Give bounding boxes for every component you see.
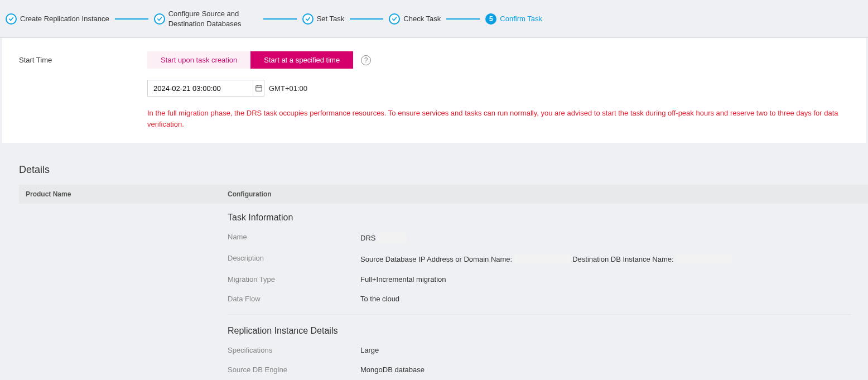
help-icon[interactable]: ? [361,55,371,65]
timezone-text: GMT+01:00 [269,84,307,93]
check-icon [6,13,17,25]
svg-rect-0 [255,86,262,92]
section-divider [228,314,851,315]
datetime-picker[interactable] [147,80,264,97]
step-connector [115,18,148,20]
specifications-label: Specifications [228,346,360,354]
data-flow-value: To the cloud [360,295,399,303]
col-header-configuration: Configuration [222,190,868,198]
check-icon [154,13,165,25]
task-name-text: DRS [360,234,375,242]
data-flow-label: Data Flow [228,295,360,303]
step-label: Confirm Task [500,14,542,24]
task-information-title: Task Information [228,213,868,223]
step-connector [446,18,480,20]
start-at-specified-time-button[interactable]: Start at a specified time [250,51,353,69]
task-name-value: DRS [360,233,407,243]
step-label: Create Replication Instance [20,14,109,24]
description-value: Source Database IP Address or Domain Nam… [360,254,732,264]
calendar-icon[interactable] [253,80,264,96]
specifications-value: Large [360,346,379,354]
start-time-label: Start Time [19,56,147,64]
migration-type-label: Migration Type [228,275,360,283]
details-section: Details Product Name Configuration Task … [0,143,868,380]
step-label: Set Task [317,14,345,24]
step-create-replication[interactable]: Create Replication Instance [6,13,109,25]
description-dst-label: Destination DB Instance Name: [572,255,673,263]
step-check-task[interactable]: Check Task [389,13,441,25]
start-upon-creation-button[interactable]: Start upon task creation [147,51,250,69]
step-connector [263,18,297,20]
col-header-product-name: Product Name [19,190,222,198]
migration-type-value: Full+Incremental migration [360,275,446,283]
step-label: Configure Source and Destination Databas… [168,9,258,28]
step-connector [350,18,383,20]
task-name-label: Name [228,233,360,243]
replication-details-title: Replication Instance Details [228,326,868,336]
step-confirm-task[interactable]: 5 Confirm Task [485,13,542,25]
step-set-task[interactable]: Set Task [302,13,345,25]
step-configure-source-dest[interactable]: Configure Source and Destination Databas… [154,9,258,28]
redacted-value [676,254,732,264]
start-time-toggle: Start upon task creation Start at a spec… [147,51,353,69]
redacted-value [514,254,570,264]
source-db-engine-value: MongoDB database [360,365,425,374]
datetime-input[interactable] [148,84,253,93]
source-db-engine-label: Source DB Engine [228,365,360,374]
details-table-header: Product Name Configuration [19,185,868,204]
description-label: Description [228,254,360,264]
details-title: Details [19,164,868,176]
step-label: Check Task [403,14,441,24]
warning-text: In the full migration phase, the DRS tas… [147,108,849,129]
step-number-icon: 5 [485,13,496,25]
redacted-value [378,233,407,243]
description-src-label: Source Database IP Address or Domain Nam… [360,255,512,263]
check-icon [389,13,400,25]
check-icon [302,13,314,25]
content-card: Start Time Start upon task creation Star… [2,38,866,143]
wizard-stepper: Create Replication Instance Configure So… [0,0,868,38]
